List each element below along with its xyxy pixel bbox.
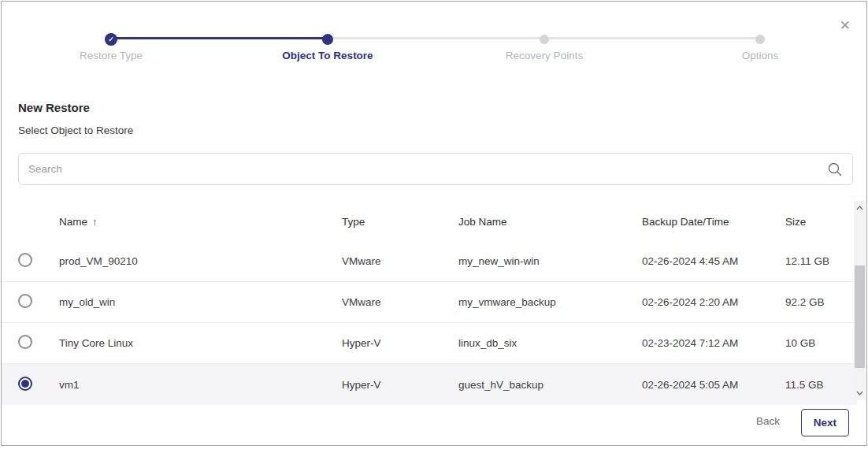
next-button[interactable]: Next: [801, 409, 849, 436]
step-label[interactable]: Object To Restore: [282, 50, 373, 61]
row-job-name: my_new_win-win: [458, 255, 642, 267]
step-label[interactable]: Restore Type: [80, 50, 143, 61]
row-name: vm1: [59, 379, 342, 391]
step-dot-icon: [540, 35, 549, 44]
restore-objects-table: Name↑ Type Job Name Backup Date/Time Siz…: [2, 202, 857, 405]
row-radio-cell: [2, 294, 59, 310]
scroll-down-icon[interactable]: [854, 388, 866, 399]
row-radio[interactable]: [18, 294, 32, 308]
row-radio[interactable]: [18, 335, 32, 349]
column-header-type[interactable]: Type: [342, 216, 458, 228]
back-button[interactable]: Back: [756, 415, 780, 427]
row-radio-cell: [2, 377, 59, 393]
table-row[interactable]: vm1 Hyper-V guest_hV_backup 02-26-2024 5…: [2, 364, 857, 405]
row-size: 11.5 GB: [785, 379, 857, 391]
stepper-line-completed: [111, 37, 328, 39]
row-name: Tiny Core Linux: [59, 337, 342, 349]
row-backup-datetime: 02-23-2024 7:12 AM: [642, 337, 785, 349]
new-restore-dialog: ✕ ✓ Restore Type Object To Restore Recov…: [1, 1, 867, 446]
column-header-name[interactable]: Name↑: [59, 216, 342, 228]
radio-dot: [21, 380, 29, 388]
step-label[interactable]: Recovery Points: [506, 50, 583, 61]
table-row[interactable]: prod_VM_90210 VMware my_new_win-win 02-2…: [2, 241, 857, 282]
step-dot-icon: ✓: [105, 33, 117, 46]
column-header-job-name[interactable]: Job Name: [458, 216, 642, 228]
scroll-up-icon[interactable]: [854, 202, 866, 214]
row-radio[interactable]: [18, 377, 32, 391]
row-radio[interactable]: [18, 253, 32, 267]
row-size: 10 GB: [785, 337, 857, 349]
row-size: 92.2 GB: [785, 296, 857, 308]
step-dot-icon: [322, 34, 333, 45]
row-backup-datetime: 02-26-2024 2:20 AM: [642, 296, 785, 308]
table-row[interactable]: Tiny Core Linux Hyper-V linux_db_six 02-…: [2, 323, 857, 364]
row-name: my_old_win: [59, 296, 342, 308]
search-box: [18, 153, 853, 185]
row-name: prod_VM_90210: [59, 255, 342, 267]
page-title: New Restore: [18, 101, 90, 114]
column-header-size[interactable]: Size: [785, 216, 857, 228]
column-label-name: Name: [59, 216, 87, 228]
table-row[interactable]: my_old_win VMware my_vmware_backup 02-26…: [2, 282, 857, 323]
table-scrollbar[interactable]: [854, 201, 866, 400]
row-type: Hyper-V: [342, 379, 458, 391]
sort-asc-icon: ↑: [92, 216, 98, 228]
step-dot-icon: [755, 35, 765, 44]
row-radio-cell: [2, 253, 59, 269]
row-radio-cell: [2, 335, 59, 351]
row-size: 12.11 GB: [785, 255, 857, 267]
wizard-stepper: ✓ Restore Type Object To Restore Recover…: [2, 2, 866, 74]
row-type: Hyper-V: [342, 337, 458, 349]
row-job-name: guest_hV_backup: [458, 379, 642, 391]
row-type: VMware: [342, 255, 458, 267]
row-job-name: my_vmware_backup: [458, 296, 642, 308]
search-icon: [827, 162, 843, 177]
row-job-name: linux_db_six: [458, 337, 642, 349]
table-body: prod_VM_90210 VMware my_new_win-win 02-2…: [2, 241, 857, 405]
row-backup-datetime: 02-26-2024 5:05 AM: [642, 379, 785, 391]
search-input[interactable]: [19, 163, 827, 175]
column-header-backup-datetime[interactable]: Backup Date/Time: [642, 216, 785, 228]
page-subtitle: Select Object to Restore: [18, 124, 133, 136]
table-header: Name↑ Type Job Name Backup Date/Time Siz…: [2, 202, 857, 241]
row-type: VMware: [342, 296, 458, 308]
step-label[interactable]: Options: [742, 50, 779, 61]
scrollbar-thumb[interactable]: [855, 265, 865, 368]
row-backup-datetime: 02-26-2024 4:45 AM: [642, 255, 785, 267]
